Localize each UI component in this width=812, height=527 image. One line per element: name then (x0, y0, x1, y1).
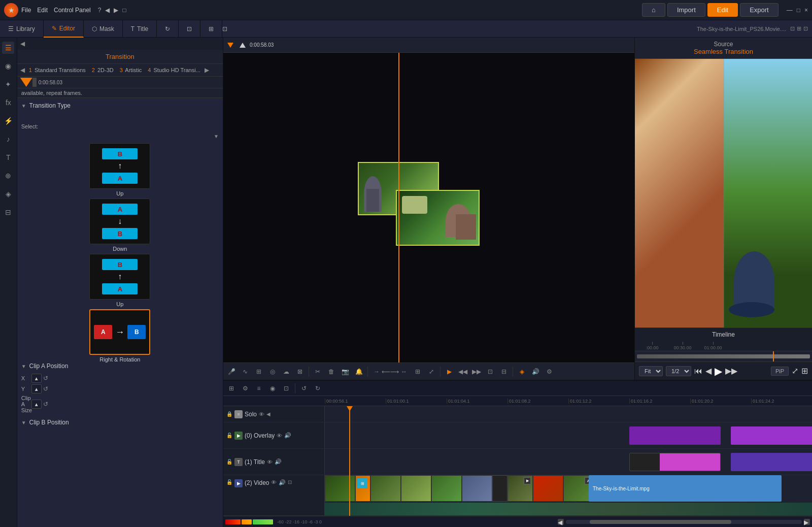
bt-redo-btn[interactable]: ↻ (312, 382, 324, 394)
tab-mask[interactable]: ⬡ Mask (84, 20, 123, 38)
tb-color-btn[interactable]: ◈ (516, 366, 528, 378)
tb-delete-btn[interactable]: 🗑 (325, 366, 337, 378)
tab-library[interactable]: ☰ Library (0, 20, 44, 38)
sidebar-icon-lightning[interactable]: ⚡ (2, 115, 14, 127)
tb-wave-btn[interactable]: ∿ (239, 366, 251, 378)
sidebar-icon-text[interactable]: T (2, 151, 14, 163)
y-reset-btn[interactable]: ↺ (43, 385, 48, 392)
sidebar-icon-layers[interactable]: ☰ (2, 42, 14, 54)
trans-thumb-up2[interactable]: B ↑ A (89, 254, 150, 300)
timeline-grid-icon[interactable]: ⊞ (797, 25, 803, 32)
tb-cloud-btn[interactable]: ☁ (280, 366, 292, 378)
edit-button[interactable]: Edit (707, 3, 738, 17)
sidebar-icon-color[interactable]: ◈ (2, 188, 14, 200)
trans-tab-artistic[interactable]: 3 Artistic (118, 66, 144, 74)
timeline-export-icon[interactable]: ⊡ (790, 25, 797, 32)
panel-icon1[interactable]: ⊡ (222, 25, 227, 32)
menu-file[interactable]: File (21, 7, 31, 14)
clip-b-header[interactable]: ▼ Clip B Position (21, 419, 219, 426)
bt-undo-btn[interactable]: ↺ (298, 382, 310, 394)
tb-circle-btn[interactable]: ◎ (266, 366, 279, 378)
tb-out-btn[interactable]: ↔ (398, 366, 410, 378)
fullscreen-btn[interactable]: ⤢ (792, 366, 798, 376)
scroll-left-btn[interactable]: ◀ (558, 519, 564, 525)
video-extra-icon[interactable]: ⊡ (288, 479, 292, 485)
tb-resize-btn[interactable]: ⤢ (425, 366, 437, 378)
play-next-btn[interactable]: ▶▶ (725, 366, 737, 376)
title-clip-1[interactable] (629, 453, 721, 471)
tb-in-btn[interactable]: ⟵⟶ (384, 366, 396, 378)
bt-btn5[interactable]: ⊡ (280, 382, 292, 394)
dropdown-arrow[interactable]: ▼ (214, 134, 219, 139)
tab-extra1[interactable]: ↻ (157, 20, 179, 38)
expand-btn[interactable]: ⊞ (801, 366, 808, 376)
title-audio-icon[interactable]: 🔊 (275, 458, 282, 465)
bt-btn4[interactable]: ◉ (266, 382, 279, 394)
trans-nav-right[interactable]: ▶ (205, 67, 209, 74)
tab-extra3[interactable]: ⊞ (200, 20, 222, 38)
play-forward-btn[interactable]: ▶ (715, 365, 722, 377)
tb-snap-btn[interactable]: 📷 (339, 366, 351, 378)
overlay-audio-icon[interactable]: 🔊 (284, 432, 291, 439)
fit-select[interactable]: Fit (639, 366, 663, 376)
sidebar-icon-fx[interactable]: fx (2, 96, 14, 109)
bt-btn3[interactable]: ≡ (253, 382, 265, 394)
tb-frame-btn[interactable]: ⊡ (484, 366, 496, 378)
size-up-btn[interactable]: ▲ (31, 400, 42, 409)
ratio-select[interactable]: 1/2 (666, 366, 691, 376)
tb-alarm-btn[interactable]: 🔔 (353, 366, 365, 378)
bt-btn1[interactable]: ⊞ (225, 382, 238, 394)
tb-arrow-btn[interactable]: → (370, 366, 383, 378)
solo-vis-icon[interactable]: 👁 (259, 411, 264, 417)
tb-vol-btn[interactable]: 🔊 (529, 366, 542, 378)
scroll-right-btn[interactable]: ▶ (804, 519, 810, 525)
pip-button[interactable]: PiP (771, 367, 789, 376)
overlay-clip-2[interactable] (731, 426, 812, 445)
tb-grid-btn[interactable]: ⊞ (253, 366, 265, 378)
transition-item-down[interactable]: A ↓ B Down (21, 199, 219, 252)
tb-box-btn[interactable]: ⊠ (294, 366, 306, 378)
tb-zoom-btn[interactable]: ⊟ (498, 366, 510, 378)
title-clip-2[interactable] (731, 453, 812, 471)
x-reset-btn[interactable]: ↺ (43, 375, 48, 382)
transition-item-up1[interactable]: B ↑ A Up (21, 143, 219, 196)
menu-control-panel[interactable]: Control Panel (54, 7, 91, 14)
panel-nav-left[interactable]: ◀ (20, 40, 25, 47)
overlay-clip-1[interactable] (629, 426, 721, 445)
sidebar-icon-motion[interactable]: ⊕ (2, 170, 14, 182)
tab-title[interactable]: T Title (123, 20, 157, 38)
trans-thumb-rotate[interactable]: A → B (89, 309, 150, 355)
sidebar-icon-media[interactable]: ◉ (2, 60, 14, 72)
transition-item-rotate[interactable]: A → B Right & Rotation (21, 309, 219, 363)
tb-cursor-btn[interactable]: ▶ (443, 366, 455, 378)
tb-mic-btn[interactable]: 🎤 (225, 366, 238, 378)
x-up-btn[interactable]: ▲ (31, 374, 42, 383)
video-audio-icon[interactable]: 🔊 (279, 479, 286, 486)
maximize-button[interactable]: □ (797, 7, 800, 14)
tab-extra2[interactable]: ⊡ (179, 20, 200, 38)
tab-editor[interactable]: ✎ Editor (44, 20, 84, 38)
save-icon[interactable]: □ (122, 7, 126, 14)
trans-thumb-up1[interactable]: B ↑ A (89, 143, 150, 189)
tb-settings-btn[interactable]: ⚙ (543, 366, 555, 378)
menu-edit[interactable]: Edit (37, 7, 48, 14)
overlay-vis-icon[interactable]: 👁 (277, 433, 282, 439)
title-vis-icon[interactable]: 👁 (267, 459, 273, 465)
trans-nav-left[interactable]: ◀ (20, 67, 25, 74)
trans-tab-2d3d[interactable]: 2 2D-3D (90, 66, 116, 74)
y-up-btn[interactable]: ▲ (31, 384, 42, 393)
play-back-btn[interactable]: ◀ (705, 366, 712, 376)
sidebar-icon-audio[interactable]: ⊟ (2, 206, 14, 218)
video-vis-icon[interactable]: 👁 (271, 479, 277, 485)
timeline-expand-icon[interactable]: ⊡ (803, 25, 812, 32)
solo-expand-icon[interactable]: ◀ (266, 411, 270, 417)
tb-grid2-btn[interactable]: ⊞ (412, 366, 424, 378)
minimize-button[interactable]: — (787, 7, 793, 14)
tb-cut-btn[interactable]: ✂ (312, 366, 324, 378)
play-skip-back-btn[interactable]: ⏮ (694, 367, 702, 376)
trans-tab-studio[interactable]: 4 Studio HD Transi... (146, 66, 202, 74)
trans-thumb-down[interactable]: A ↓ B (89, 199, 150, 244)
transition-item-up2[interactable]: B ↑ A Up (21, 254, 219, 307)
export-button[interactable]: Export (740, 3, 779, 17)
home-button[interactable]: ⌂ (642, 3, 665, 17)
